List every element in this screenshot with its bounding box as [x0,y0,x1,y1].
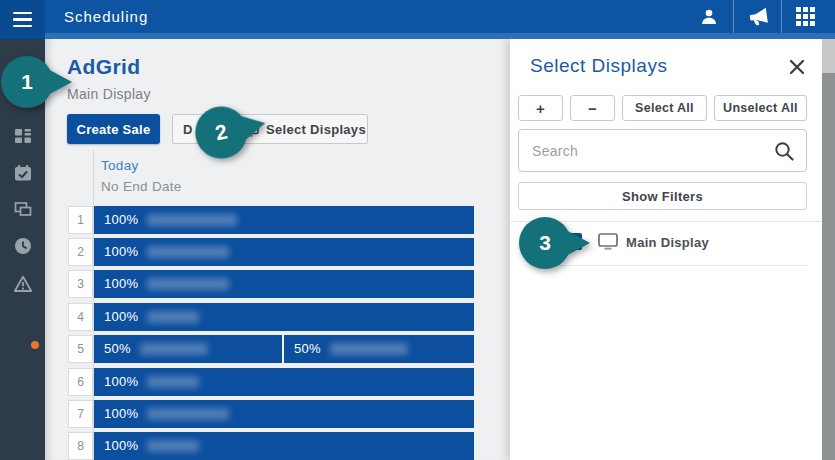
topbar-accent-strip [0,33,835,39]
schedule-bar[interactable]: 100% [94,270,474,298]
bar-percentage: 100% [104,309,138,324]
add-button[interactable]: + [518,95,563,121]
display-item-label: Main Display [626,235,709,250]
create-sale-button[interactable]: Create Sale [67,114,160,144]
grid-row: 3100% [68,270,508,298]
grid-row: 4100% [68,303,508,331]
grid-row: 6100% [68,368,508,396]
redacted-name [147,278,229,290]
schedule-bar[interactable]: 100% [94,303,474,331]
row-number: 7 [68,400,93,428]
scrollbar[interactable] [822,39,835,460]
panel-button-row: + − Select All Unselect All [518,95,807,121]
bar-percentage: 50% [294,341,321,356]
page-subtitle: Main Display [67,86,151,102]
grid-row: 8100% [68,432,508,460]
redacted-name [147,214,237,226]
row-number: 5 [68,335,93,363]
app-root: Scheduling [0,0,835,460]
user-icon[interactable] [685,0,733,33]
callout-3-number: 3 [519,215,571,271]
grid-row: 1100% [68,206,508,234]
schedule-bar[interactable]: 50% [94,335,282,363]
grid-start-label: Today [101,158,139,173]
search-box [518,129,807,172]
screens-icon[interactable] [13,199,33,219]
row-number: 2 [68,238,93,266]
scrollbar-thumb[interactable] [822,73,835,460]
row-number: 4 [68,303,93,331]
page-title: AdGrid [67,55,141,79]
row-number: 6 [68,368,93,396]
callout-3: 3 [519,215,595,271]
callout-1-number: 1 [1,54,53,110]
bar-percentage: 50% [104,341,131,356]
grid-row: 7100% [68,400,508,428]
notification-dot [31,341,39,349]
row-number: 1 [68,206,93,234]
bar-percentage: 100% [104,276,138,291]
topbar-actions [685,0,829,33]
redacted-name [147,311,199,323]
grid-row: 2100% [68,238,508,266]
announcement-icon[interactable] [733,0,781,33]
schedule-bar[interactable]: 50% [284,335,474,363]
schedule-bar[interactable]: 100% [94,368,474,396]
search-icon[interactable] [773,140,795,162]
bar-percentage: 100% [104,406,138,421]
panel-title: Select Displays [530,55,667,77]
calendar-check-icon[interactable] [13,163,33,183]
close-icon[interactable] [788,58,806,76]
alerts-icon[interactable] [13,274,33,294]
bar-percentage: 100% [104,244,138,259]
row-number: 3 [68,270,93,298]
redacted-name [140,343,208,355]
bar-percentage: 100% [104,212,138,227]
grid-end-label: No End Date [101,179,182,194]
grid-row: 550%50% [68,335,508,363]
bar-percentage: 100% [104,374,138,389]
schedule-bar[interactable]: 100% [94,206,474,234]
app-title: Scheduling [64,0,148,33]
redacted-name [147,440,199,452]
bar-percentage: 100% [104,438,138,453]
row-number: 8 [68,432,93,460]
redacted-name [330,343,408,355]
clock-icon[interactable] [13,236,33,256]
select-all-button[interactable]: Select All [622,95,707,121]
monitor-icon [598,233,618,250]
schedule-bar[interactable]: 100% [94,400,474,428]
callout-1: 1 [1,54,77,110]
schedule-bar[interactable]: 100% [94,238,474,266]
redacted-name [147,246,229,258]
show-filters-button[interactable]: Show Filters [518,182,807,210]
select-displays-label: Select Displays [266,122,366,137]
redacted-name [147,376,199,388]
callout-2-number: 2 [190,100,253,166]
apps-grid-icon[interactable] [781,0,829,33]
search-input[interactable] [532,130,762,171]
remove-button[interactable]: − [570,95,615,121]
layout-icon[interactable] [13,126,33,146]
redacted-name [147,408,229,420]
schedule-bar[interactable]: 100% [94,432,474,460]
hamburger-menu-icon[interactable] [0,0,45,39]
main-content: AdGrid Main Display Create Sale D Select… [45,39,510,460]
unselect-all-button[interactable]: Unselect All [714,95,807,121]
